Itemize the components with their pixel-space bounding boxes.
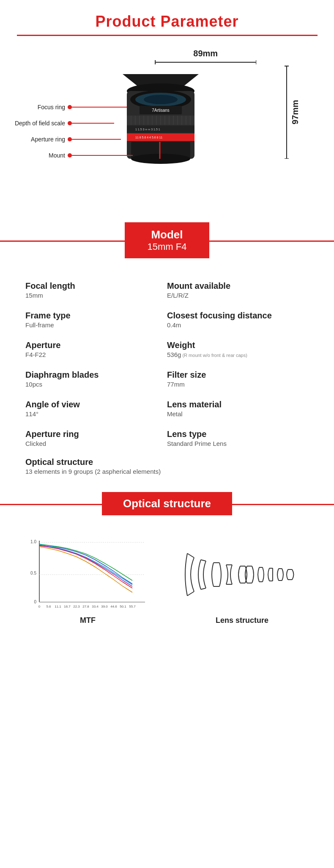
- aperture-ring-line: [72, 139, 121, 140]
- dof-scale-dot: [68, 121, 72, 125]
- param-diaphragm-value: 10pcs: [25, 381, 163, 388]
- param-lens-type: Lens type Standard Prime Lens: [167, 423, 309, 453]
- svg-text:55.7: 55.7: [129, 605, 136, 608]
- param-closest-focus-value: 0.4m: [167, 321, 304, 329]
- mount-label: Mount: [13, 152, 133, 159]
- svg-text:7Artisans: 7Artisans: [152, 108, 170, 113]
- param-lens-type-label: Lens type: [167, 429, 304, 439]
- param-diaphragm: Diaphragm blades 10pcs: [25, 364, 167, 394]
- optical-title-box: Optical structure: [102, 492, 232, 515]
- param-lens-material: Lens material Metal: [167, 394, 309, 423]
- model-label: Model: [142, 228, 192, 241]
- param-angle-of-view-label: Angle of view: [25, 400, 163, 409]
- param-filter-size-label: Filter size: [167, 370, 304, 380]
- param-weight: Weight 536g (R mount w/o front & rear ca…: [167, 334, 309, 364]
- svg-line-52: [201, 588, 206, 589]
- dof-scale-label: Depth of field scale: [13, 120, 133, 127]
- param-closest-focus: Closest focusing distance 0.4m: [167, 305, 309, 334]
- model-value: 15mm F4: [142, 241, 192, 252]
- dof-scale-line: [72, 123, 114, 124]
- svg-text:5.6: 5.6: [46, 605, 51, 608]
- mtf-chart: 0 0.5 1.0 0 5.6 11.1 16.7 22.3 27.8 33.4…: [25, 536, 151, 625]
- arrow-tick: [285, 158, 289, 159]
- param-frame-type-label: Frame type: [25, 311, 163, 321]
- arrow-tick: [256, 60, 257, 64]
- svg-text:22.3: 22.3: [73, 605, 80, 608]
- params-grid: Focal length 15mm Mount available E/L/R/…: [25, 275, 309, 453]
- svg-line-49: [187, 553, 194, 558]
- arrow-line: [286, 66, 287, 158]
- svg-text:11  8  5.6  4  4  5.6  8  11: 11 8 5.6 4 4 5.6 8 11: [135, 136, 162, 139]
- param-aperture-ring: Aperture ring Clicked: [25, 423, 167, 453]
- height-dimension: 97mm: [290, 100, 300, 124]
- optical-structure-label: Optical structure: [25, 457, 309, 467]
- mtf-label: MTF: [25, 616, 151, 625]
- param-aperture-label: Aperture: [25, 340, 163, 350]
- param-weight-value: 536g (R mount w/o front & rear caps): [167, 351, 304, 358]
- param-focal-length: Focal length 15mm: [25, 275, 167, 305]
- optical-section-header: Optical structure: [0, 492, 334, 515]
- param-lens-material-value: Metal: [167, 410, 304, 417]
- param-filter-size: Filter size 77mm: [167, 364, 309, 394]
- dof-scale-text: Depth of field scale: [13, 120, 68, 127]
- param-closest-focus-label: Closest focusing distance: [167, 311, 304, 321]
- param-frame-type-value: Full-frame: [25, 321, 163, 329]
- focus-ring-text: Focus ring: [13, 104, 68, 111]
- lens-structure-label: Lens structure: [216, 616, 268, 625]
- svg-text:44.6: 44.6: [110, 605, 117, 608]
- param-focal-length-label: Focal length: [25, 281, 163, 291]
- mount-line: [72, 155, 133, 156]
- param-mount-label: Mount available: [167, 281, 304, 291]
- param-aperture-ring-label: Aperture ring: [25, 429, 163, 439]
- svg-point-28: [131, 154, 190, 164]
- svg-text:16.7: 16.7: [64, 605, 71, 608]
- svg-text:1.0: 1.0: [30, 539, 36, 544]
- svg-point-4: [144, 95, 178, 104]
- svg-text:0.5: 0.5: [30, 571, 36, 575]
- svg-line-51: [201, 560, 206, 561]
- lens-labels: Focus ring Depth of field scale Aperture…: [13, 104, 133, 159]
- svg-line-50: [187, 592, 194, 596]
- param-angle-of-view: Angle of view 114°: [25, 394, 167, 423]
- param-mount-value: E/L/R/Z: [167, 292, 304, 299]
- svg-text:27.8: 27.8: [82, 605, 89, 608]
- param-diaphragm-label: Diaphragm blades: [25, 370, 163, 380]
- svg-text:1  1.5  3  ∞  ∞  3  1.5  1: 1 1.5 3 ∞ ∞ 3 1.5 1: [135, 128, 160, 131]
- params-section: Focal length 15mm Mount available E/L/R/…: [0, 271, 334, 484]
- svg-text:0: 0: [38, 605, 40, 608]
- focus-ring-line: [72, 107, 127, 108]
- param-focal-length-value: 15mm: [25, 292, 163, 299]
- param-mount: Mount available E/L/R/Z: [167, 275, 309, 305]
- svg-text:11.1: 11.1: [55, 605, 61, 608]
- charts-area: 0 0.5 1.0 0 5.6 11.1 16.7 22.3 27.8 33.4…: [0, 528, 334, 629]
- optical-structure-param: Optical structure 13 elements in 9 group…: [25, 453, 309, 475]
- model-section: Model 15mm F4: [0, 222, 334, 258]
- width-dimension: 89mm: [193, 49, 218, 58]
- aperture-ring-dot: [68, 137, 72, 141]
- lens-structure-diagram: Lens structure: [175, 536, 310, 625]
- model-box: Model 15mm F4: [125, 222, 209, 258]
- param-lens-material-label: Lens material: [167, 400, 304, 409]
- focus-ring-dot: [68, 105, 72, 109]
- svg-text:33.4: 33.4: [92, 605, 99, 608]
- aperture-ring-text: Aperture ring: [13, 136, 68, 143]
- param-angle-of-view-value: 114°: [25, 410, 163, 417]
- param-aperture-ring-value: Clicked: [25, 440, 163, 447]
- svg-text:50.1: 50.1: [120, 605, 126, 608]
- param-aperture: Aperture F4-F22: [25, 334, 167, 364]
- aperture-ring-label: Aperture ring: [13, 136, 133, 143]
- mount-dot: [68, 153, 72, 158]
- lens-diagram-section: 89mm 97mm: [0, 36, 334, 214]
- svg-text:39.0: 39.0: [101, 605, 108, 608]
- param-weight-note: (R mount w/o front & rear caps): [181, 353, 247, 358]
- svg-text:0: 0: [34, 600, 36, 604]
- mount-text: Mount: [13, 152, 68, 159]
- param-weight-label: Weight: [167, 340, 304, 350]
- param-aperture-value: F4-F22: [25, 351, 163, 358]
- focus-ring-label: Focus ring: [13, 104, 133, 111]
- param-filter-size-value: 77mm: [167, 381, 304, 388]
- page-title: Product Parameter: [0, 0, 334, 35]
- optical-structure-value: 13 elements in 9 groups (2 aspherical el…: [25, 468, 309, 475]
- param-frame-type: Frame type Full-frame: [25, 305, 167, 334]
- param-lens-type-value: Standard Prime Lens: [167, 440, 304, 447]
